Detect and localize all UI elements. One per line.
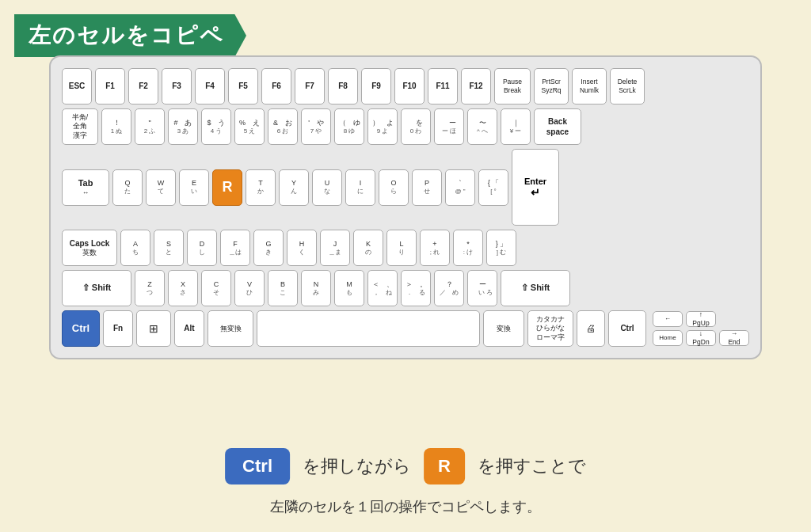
asdf-row: Caps Lock英数 Aち Sと Dし F＿は Gき Hく J＿ま Kの Lり… bbox=[62, 230, 749, 266]
key-bracket-r[interactable]: } 」] む bbox=[486, 230, 516, 266]
key-p[interactable]: Pせ bbox=[412, 169, 442, 206]
key-end[interactable]: →End bbox=[719, 330, 749, 346]
key-enter[interactable]: Enter ↵ bbox=[512, 149, 559, 226]
key-x[interactable]: Xさ bbox=[168, 270, 198, 306]
key-1[interactable]: ！1 ぬ bbox=[101, 108, 131, 145]
key-fn[interactable]: Fn bbox=[103, 310, 133, 347]
key-at[interactable]: `@ " bbox=[445, 169, 475, 206]
key-ctrl-left[interactable]: Ctrl bbox=[62, 310, 100, 347]
key-i[interactable]: Iに bbox=[345, 169, 375, 206]
key-j[interactable]: J＿ま bbox=[320, 230, 350, 266]
key-period[interactable]: ＞ 。． る bbox=[401, 270, 431, 306]
key-r[interactable]: R bbox=[212, 169, 242, 206]
key-7[interactable]: ' や7 や bbox=[301, 108, 331, 145]
instruction-text1: を押しながら bbox=[303, 454, 411, 478]
title-text: 左のセルをコピペ bbox=[29, 23, 224, 48]
key-c[interactable]: Cそ bbox=[201, 270, 231, 306]
key-f8[interactable]: F8 bbox=[328, 68, 358, 104]
key-f2[interactable]: F2 bbox=[128, 68, 158, 104]
key-6[interactable]: & お6 お bbox=[268, 108, 298, 145]
key-alt[interactable]: Alt bbox=[174, 310, 204, 347]
key-left-arrow[interactable]: ← bbox=[653, 311, 683, 327]
key-comma[interactable]: ＜ 、， ね bbox=[367, 270, 398, 306]
key-henkan[interactable]: 変換 bbox=[483, 310, 524, 347]
key-colon[interactable]: *: け bbox=[453, 230, 483, 266]
key-ctrl-right[interactable]: Ctrl bbox=[608, 310, 646, 347]
key-capslock[interactable]: Caps Lock英数 bbox=[62, 230, 117, 266]
key-space[interactable] bbox=[257, 310, 480, 347]
r-instruction-badge: R bbox=[424, 448, 465, 484]
key-y[interactable]: Yん bbox=[279, 169, 309, 206]
key-semicolon[interactable]: +; れ bbox=[420, 230, 450, 266]
key-b[interactable]: Bこ bbox=[268, 270, 298, 306]
key-win[interactable]: ⊞ bbox=[136, 310, 171, 347]
key-f4[interactable]: F4 bbox=[195, 68, 225, 104]
key-pgup[interactable]: ↑PgUp bbox=[686, 311, 716, 327]
key-f5[interactable]: F5 bbox=[228, 68, 258, 104]
key-z[interactable]: Zつ bbox=[135, 270, 165, 306]
key-esc[interactable]: ESC bbox=[62, 68, 92, 104]
key-f9[interactable]: F9 bbox=[361, 68, 391, 104]
key-muhenkan[interactable]: 無変換 bbox=[208, 310, 253, 347]
key-5[interactable]: % え5 え bbox=[234, 108, 265, 145]
qwerty-row: Tab↔ Qた Wて Eい R Tか Yん Uな Iに Oら Pせ `@ " {… bbox=[62, 149, 749, 226]
key-slash[interactable]: ？／ め bbox=[434, 270, 464, 306]
key-8[interactable]: （ ゆ8 ゆ bbox=[334, 108, 364, 145]
key-tab[interactable]: Tab↔ bbox=[62, 169, 109, 206]
key-underscore[interactable]: ー い ろ bbox=[467, 270, 497, 306]
key-f12[interactable]: F12 bbox=[461, 68, 491, 104]
key-shift-right[interactable]: ⇧ Shift bbox=[501, 270, 570, 306]
key-3[interactable]: # あ3 あ bbox=[168, 108, 198, 145]
key-m[interactable]: Mも bbox=[334, 270, 364, 306]
instruction-text2: を押すことで bbox=[478, 454, 586, 478]
key-pgdn[interactable]: ↓PgDn bbox=[686, 330, 716, 346]
key-u[interactable]: Uな bbox=[312, 169, 342, 206]
key-o[interactable]: Oら bbox=[379, 169, 409, 206]
key-print[interactable]: 🖨 bbox=[577, 310, 605, 347]
key-prtscr[interactable]: PrtScrSyzRq bbox=[534, 68, 569, 104]
key-hankaku[interactable]: 半角/全角漢字 bbox=[62, 108, 98, 145]
key-t[interactable]: Tか bbox=[246, 169, 276, 206]
key-pause[interactable]: PauseBreak bbox=[494, 68, 531, 104]
key-0[interactable]: を0 わ bbox=[401, 108, 431, 145]
key-9[interactable]: ） よ9 よ bbox=[367, 108, 398, 145]
number-row: 半角/全角漢字 ！1 ぬ "2 ふ # あ3 あ $ う4 う % え5 え &… bbox=[62, 108, 749, 145]
key-katakana[interactable]: カタカナひらがなローマ字 bbox=[527, 310, 573, 347]
key-4[interactable]: $ う4 う bbox=[201, 108, 231, 145]
key-home[interactable]: Home bbox=[653, 330, 683, 346]
instruction-area: Ctrl を押しながら R を押すことで bbox=[225, 448, 586, 484]
key-f6[interactable]: F6 bbox=[261, 68, 291, 104]
bottom-row: Ctrl Fn ⊞ Alt 無変換 変換 カタカナひらがなローマ字 🖨 Ctrl… bbox=[62, 310, 749, 347]
key-d[interactable]: Dし bbox=[187, 230, 217, 266]
nav-cluster: ← ↑PgUp Home ↓PgDn →End bbox=[653, 311, 749, 346]
key-insert[interactable]: InsertNumlk bbox=[572, 68, 607, 104]
key-g[interactable]: Gき bbox=[253, 230, 284, 266]
key-k[interactable]: Kの bbox=[353, 230, 383, 266]
key-f1[interactable]: F1 bbox=[95, 68, 125, 104]
key-v[interactable]: Vひ bbox=[234, 270, 265, 306]
key-f10[interactable]: F10 bbox=[394, 68, 425, 104]
instruction-subtext: 左隣のセルを１回の操作でコピペします。 bbox=[270, 497, 541, 516]
key-minus[interactable]: ーー ほ bbox=[434, 108, 464, 145]
key-s[interactable]: Sと bbox=[154, 230, 184, 266]
key-delete[interactable]: DeleteScrLk bbox=[610, 68, 645, 104]
key-yen[interactable]: ｜¥ ー bbox=[501, 108, 531, 145]
key-l[interactable]: Lり bbox=[386, 230, 417, 266]
key-bracket-l[interactable]: { 「[ ° bbox=[478, 169, 508, 206]
key-f[interactable]: F＿は bbox=[220, 230, 250, 266]
key-backspace[interactable]: Backspace bbox=[534, 108, 581, 145]
key-2[interactable]: "2 ふ bbox=[135, 108, 165, 145]
key-f7[interactable]: F7 bbox=[295, 68, 325, 104]
key-w[interactable]: Wて bbox=[146, 169, 176, 206]
key-equal[interactable]: 〜^ へ bbox=[467, 108, 497, 145]
key-f11[interactable]: F11 bbox=[428, 68, 458, 104]
key-q[interactable]: Qた bbox=[112, 169, 143, 206]
function-key-row: ESC F1 F2 F3 F4 F5 F6 F7 F8 F9 F10 F11 F… bbox=[62, 68, 749, 104]
key-e[interactable]: Eい bbox=[179, 169, 209, 206]
key-h[interactable]: Hく bbox=[287, 230, 317, 266]
key-n[interactable]: Nみ bbox=[301, 270, 331, 306]
title-banner: 左のセルをコピペ bbox=[14, 14, 246, 57]
key-f3[interactable]: F3 bbox=[162, 68, 192, 104]
key-a[interactable]: Aち bbox=[120, 230, 150, 266]
key-shift-left[interactable]: ⇧ Shift bbox=[62, 270, 131, 306]
